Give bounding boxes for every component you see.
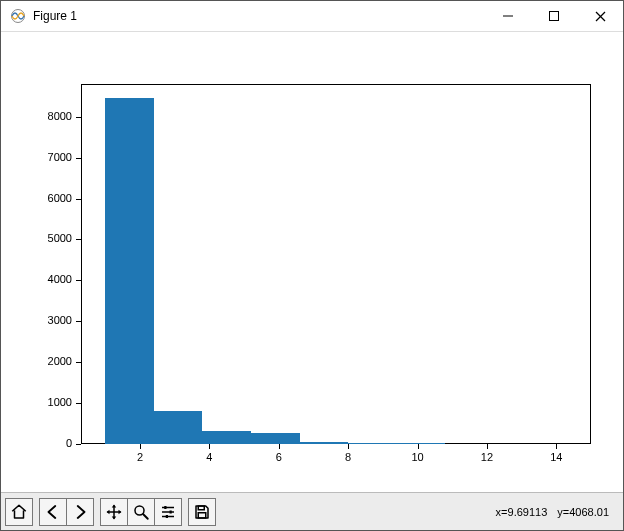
ytick-label: 3000 xyxy=(48,314,72,326)
histogram-bar xyxy=(397,443,446,444)
navigation-toolbar: x=9.69113 y=4068.01 xyxy=(1,492,623,530)
close-button[interactable] xyxy=(577,1,623,31)
xtick-mark xyxy=(140,444,141,449)
ytick-mark xyxy=(76,280,81,281)
xtick-label: 8 xyxy=(345,451,351,463)
ytick-mark xyxy=(76,158,81,159)
svg-line-8 xyxy=(143,514,148,519)
svg-rect-14 xyxy=(166,515,168,518)
figure-canvas[interactable]: 010002000300040005000600070008000 246810… xyxy=(1,32,623,492)
svg-rect-12 xyxy=(164,506,166,509)
minimize-button[interactable] xyxy=(485,1,531,31)
xtick-label: 14 xyxy=(550,451,562,463)
figure-window: Figure 1 0100020003000400050006000700080… xyxy=(0,0,624,531)
histogram-bar xyxy=(348,443,397,444)
coord-x-label: x= xyxy=(496,506,508,518)
ytick-label: 5000 xyxy=(48,232,72,244)
coord-y-label: y= xyxy=(557,506,569,518)
histogram-bar xyxy=(251,433,300,444)
app-icon xyxy=(9,7,27,25)
xtick-label: 2 xyxy=(137,451,143,463)
ytick-mark xyxy=(76,403,81,404)
histogram-bar xyxy=(202,431,251,445)
xtick-mark xyxy=(487,444,488,449)
save-button[interactable] xyxy=(188,498,216,526)
ytick-mark xyxy=(76,321,81,322)
ytick-mark xyxy=(76,239,81,240)
ytick-label: 8000 xyxy=(48,110,72,122)
home-button[interactable] xyxy=(5,498,33,526)
axes-frame xyxy=(81,84,591,444)
coord-x-value: 9.69113 xyxy=(508,506,548,518)
xtick-label: 4 xyxy=(206,451,212,463)
cursor-y-readout: y=4068.01 xyxy=(557,506,609,518)
ytick-label: 7000 xyxy=(48,151,72,163)
ytick-mark xyxy=(76,444,81,445)
ytick-label: 4000 xyxy=(48,273,72,285)
histogram-bar xyxy=(105,98,154,444)
zoom-button[interactable] xyxy=(127,498,155,526)
maximize-button[interactable] xyxy=(531,1,577,31)
titlebar: Figure 1 xyxy=(1,1,623,32)
xtick-mark xyxy=(556,444,557,449)
svg-rect-2 xyxy=(550,12,559,21)
svg-rect-16 xyxy=(198,512,206,517)
xtick-mark xyxy=(418,444,419,449)
forward-button[interactable] xyxy=(66,498,94,526)
svg-rect-13 xyxy=(170,510,172,513)
window-title: Figure 1 xyxy=(33,9,77,23)
ytick-mark xyxy=(76,117,81,118)
back-button[interactable] xyxy=(39,498,67,526)
ytick-mark xyxy=(76,199,81,200)
ytick-mark xyxy=(76,362,81,363)
xtick-label: 10 xyxy=(411,451,423,463)
xtick-label: 6 xyxy=(276,451,282,463)
ytick-label: 6000 xyxy=(48,192,72,204)
ytick-label: 2000 xyxy=(48,355,72,367)
configure-subplots-button[interactable] xyxy=(154,498,182,526)
histogram-bar xyxy=(154,411,203,444)
xtick-mark xyxy=(348,444,349,449)
xtick-label: 12 xyxy=(481,451,493,463)
coord-y-value: 4068.01 xyxy=(569,506,609,518)
xtick-mark xyxy=(279,444,280,449)
histogram-bar xyxy=(300,442,349,444)
svg-rect-15 xyxy=(198,506,204,510)
ytick-label: 0 xyxy=(66,437,72,449)
pan-button[interactable] xyxy=(100,498,128,526)
xtick-mark xyxy=(209,444,210,449)
cursor-x-readout: x=9.69113 xyxy=(496,506,548,518)
ytick-label: 1000 xyxy=(48,396,72,408)
